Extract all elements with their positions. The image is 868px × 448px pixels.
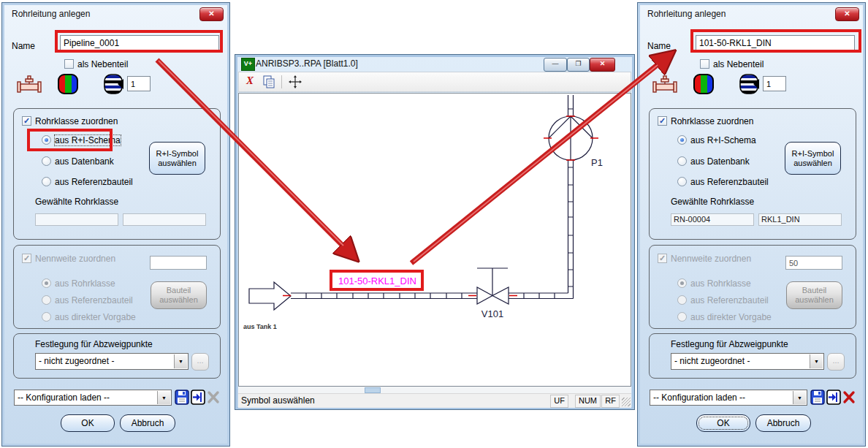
valve-icon[interactable] — [651, 75, 679, 97]
name-input[interactable] — [696, 35, 855, 51]
nennweite-checkbox-label: Nennweite zuordnen — [35, 254, 115, 264]
close-icon: ✕ — [844, 10, 850, 18]
radio-aus-datenbank[interactable] — [677, 156, 687, 166]
radio-aus-direkter-vorgabe — [42, 312, 51, 322]
radio-aus-referenzbauteil2 — [42, 295, 51, 305]
load-config-icon[interactable] — [826, 390, 841, 407]
nennweite-checkbox-label: Nennweite zuordnen — [671, 254, 751, 264]
copy-icon[interactable] — [262, 75, 275, 91]
segment-count-input[interactable] — [127, 76, 151, 91]
radio-aus-referenzbauteil-label[interactable]: aus Referenzbauteil — [55, 177, 133, 187]
radio-aus-referenzbauteil[interactable] — [677, 177, 687, 186]
pid-schematic: 101-50-RKL1_DIN V101 P1 aus Tank 1 — [239, 94, 631, 386]
radio-aus-direkter-vorgabe — [677, 312, 687, 322]
nebenteil-checkbox[interactable] — [700, 59, 709, 69]
valve-symbol — [477, 287, 492, 304]
abzweig-more-button: ... — [827, 353, 845, 371]
toolbar-separator — [281, 75, 282, 88]
config-dropdown[interactable]: -- Konfiguration laden -- ▼ — [650, 390, 807, 406]
radio-aus-referenzbauteil2-label: aus Referenzbauteil — [690, 295, 769, 305]
rohrklasse-checkbox[interactable]: ✓ — [22, 116, 31, 126]
line-style-icon[interactable] — [104, 74, 124, 96]
screenshot-root: Rohrleitung anlegen ✕ Name als Nebenteil — [0, 0, 868, 448]
dialog-title: Rohrleitung anlegen — [12, 9, 90, 19]
valve-icon[interactable] — [15, 75, 43, 97]
chevron-down-icon[interactable]: ▼ — [157, 391, 170, 404]
ri-symbol-auswaehlen-button[interactable]: R+I-Symbol auswählen — [785, 142, 841, 175]
abzweig-dropdown[interactable]: - nicht zugeordnet - ▼ — [35, 353, 189, 370]
pump-tag: P1 — [591, 157, 603, 168]
config-dropdown[interactable]: -- Konfiguration laden -- ▼ — [14, 390, 172, 406]
window-close-button[interactable]: ✕ — [590, 58, 615, 72]
name-input[interactable] — [60, 35, 219, 51]
delete-icon[interactable]: X — [246, 75, 254, 87]
nennweite-checkbox: ✓ — [658, 254, 667, 263]
delete-config-icon[interactable] — [842, 390, 856, 407]
rohrklasse-checkbox-label: Rohrklasse zuordnen — [35, 116, 118, 126]
abzweig-dropdown-value: - nicht zugeordnet - — [39, 356, 114, 366]
resize-grip[interactable] — [622, 398, 631, 406]
radio-aus-datenbank-label[interactable]: aus Datenbank — [55, 156, 114, 167]
radio-aus-datenbank-label[interactable]: aus Datenbank — [690, 156, 750, 167]
name-label: Name — [12, 41, 35, 51]
schematic-window: V+ ANRIBSP3..RPA [Blatt1.0] — ❐ ✕ X — [235, 54, 635, 410]
abbruch-button[interactable]: Abbruch — [755, 414, 811, 432]
rohrklasse-checkbox[interactable]: ✓ — [658, 116, 667, 126]
radio-aus-ri-schema[interactable] — [42, 135, 51, 145]
horizontal-scrollbar[interactable] — [238, 387, 631, 393]
ok-button[interactable]: OK — [696, 414, 750, 432]
nennweite-input — [785, 256, 842, 270]
nebenteil-label: als Nebenteil — [713, 59, 764, 69]
dialog-rohrleitung-anlegen-left: Rohrleitung anlegen ✕ Name als Nebenteil — [1, 2, 230, 447]
status-pane-rf: RF — [601, 395, 620, 408]
radio-aus-rohrklasse-label: aus Rohrklasse — [55, 278, 115, 289]
status-bar: Symbol auswählen UF NUM RF — [238, 393, 631, 408]
status-pane-num: NUM — [575, 395, 601, 408]
abbruch-button[interactable]: Abbruch — [120, 414, 175, 432]
chevron-down-icon[interactable]: ▼ — [174, 354, 187, 368]
ok-button[interactable]: OK — [61, 414, 115, 432]
load-config-icon[interactable] — [191, 390, 205, 407]
minimize-button[interactable]: — — [544, 58, 567, 72]
source-note: aus Tank 1 — [243, 323, 277, 330]
chevron-down-icon[interactable]: ▼ — [810, 354, 823, 368]
radio-aus-referenzbauteil[interactable] — [42, 177, 51, 186]
dialog-rohrleitung-anlegen-right: Rohrleitung anlegen ✕ Name als Nebenteil — [637, 2, 866, 447]
radio-aus-ri-schema-label[interactable]: aus R+I-Schema — [690, 135, 756, 145]
segment-count-input[interactable] — [763, 76, 786, 91]
radio-aus-referenzbauteil2 — [677, 295, 687, 305]
nebenteil-checkbox[interactable] — [64, 59, 74, 69]
radio-aus-rohrklasse — [42, 278, 51, 288]
ri-symbol-auswaehlen-button[interactable]: R+I-Symbol auswählen — [149, 142, 205, 175]
radio-aus-ri-schema-label[interactable]: aus R+I-Schema — [55, 135, 121, 145]
status-message: Symbol auswählen — [241, 395, 315, 406]
check-icon: ✓ — [659, 254, 666, 262]
pipeline-label: 101-50-RKL1_DIN — [338, 276, 416, 286]
toolbar: X — [238, 72, 631, 92]
save-config-icon[interactable] — [810, 390, 825, 407]
radio-aus-ri-schema[interactable] — [677, 135, 687, 145]
valve-tag: V101 — [481, 308, 503, 319]
move-icon[interactable] — [289, 75, 302, 91]
check-icon: ✓ — [23, 116, 30, 125]
close-button[interactable]: ✕ — [199, 7, 224, 21]
radio-aus-datenbank[interactable] — [42, 156, 51, 166]
delete-config-icon — [206, 390, 221, 407]
config-dropdown-value: -- Konfiguration laden -- — [653, 392, 745, 403]
scrollbar-thumb[interactable] — [365, 387, 381, 393]
radio-aus-referenzbauteil-label[interactable]: aus Referenzbauteil — [690, 177, 769, 187]
save-config-icon[interactable] — [175, 390, 189, 407]
line-style-icon[interactable] — [739, 74, 760, 96]
bauteil-auswaehlen-button: Bauteil auswählen — [151, 281, 207, 309]
close-button[interactable]: ✕ — [835, 7, 859, 21]
restore-button[interactable]: ❐ — [567, 58, 590, 72]
chevron-down-icon[interactable]: ▼ — [793, 391, 806, 404]
color-rgb-icon[interactable] — [693, 74, 714, 96]
radio-aus-direkter-vorgabe-label: aus direkter Vorgabe — [690, 312, 772, 322]
schematic-canvas[interactable]: 101-50-RKL1_DIN V101 P1 aus Tank 1 — [238, 93, 631, 387]
abzweig-more-button: ... — [191, 353, 209, 371]
color-rgb-icon[interactable] — [58, 74, 78, 96]
abzweig-dropdown[interactable]: - nicht zugeordnet - ▼ — [671, 353, 824, 370]
nebenteil-label: als Nebenteil — [77, 59, 128, 69]
check-icon: ✓ — [659, 116, 666, 125]
